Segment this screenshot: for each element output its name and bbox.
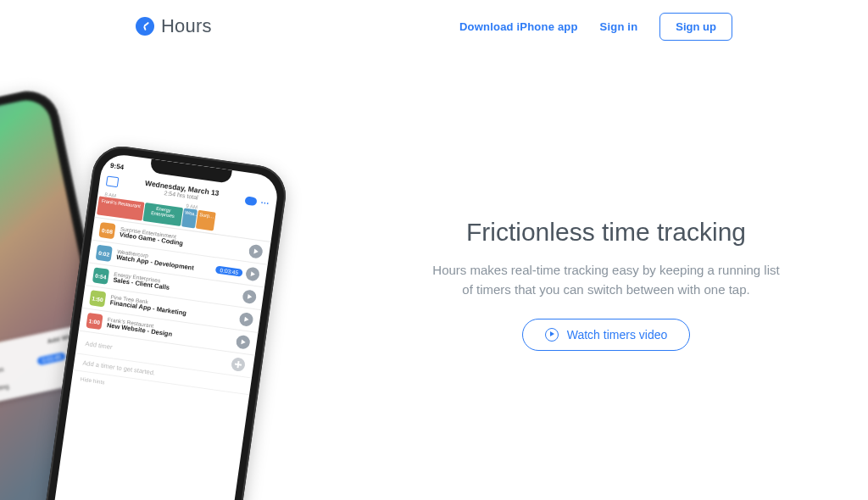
brand[interactable]: Hours xyxy=(136,15,212,37)
play-icon xyxy=(545,328,559,342)
plus-icon xyxy=(231,357,246,372)
timer-duration-chip: 0:02 xyxy=(96,245,113,262)
timeline-block: Wea… xyxy=(181,208,198,228)
play-icon[interactable] xyxy=(245,266,260,281)
hero-title: Frictionless time tracking xyxy=(424,218,788,247)
cloud-sync-icon xyxy=(244,196,257,206)
phone-app: 9:54 Wednesday, March 13 2:54 hrs total … xyxy=(41,142,289,500)
clock-icon xyxy=(136,17,154,36)
running-badge: 0:03:45 xyxy=(215,265,243,276)
hero: HOURS Add Widget Energy Enterprises - Sa… xyxy=(0,53,868,500)
add-timer-label: Add timer xyxy=(85,339,113,350)
timer-duration-chip: 1:00 xyxy=(86,313,103,330)
hero-subtitle: Hours makes real-time tracking easy by k… xyxy=(424,260,788,300)
brand-name: Hours xyxy=(161,15,212,37)
play-icon[interactable] xyxy=(236,335,251,350)
phones-mockup: HOURS Add Widget Energy Enterprises - Sa… xyxy=(0,86,356,500)
site-header: Hours Download iPhone app Sign in Sign u… xyxy=(0,0,868,53)
more-icon: ⋯ xyxy=(260,197,270,208)
signup-button[interactable]: Sign up xyxy=(659,13,732,41)
timer-duration-chip: 1:50 xyxy=(89,290,106,307)
timer-labels: Surprise EntertainmentVideo Game - Codin… xyxy=(119,225,184,247)
timer-duration-chip: 0:08 xyxy=(98,222,115,239)
timer-labels: Energy EnterprisesSales - Client Calls xyxy=(113,271,171,292)
timer-duration-chip: 0:54 xyxy=(92,267,109,284)
nav: Download iPhone app Sign in Sign up xyxy=(459,13,732,41)
download-link[interactable]: Download iPhone app xyxy=(459,20,578,33)
widget-row-label: Pine Tree Bank - Marketing xyxy=(0,382,9,404)
play-icon[interactable] xyxy=(248,244,264,259)
hero-text: Frictionless time tracking Hours makes r… xyxy=(424,218,788,351)
timeline-block: Surp… xyxy=(196,210,215,231)
widget-badge: 0:03:45 xyxy=(36,352,66,365)
play-icon[interactable] xyxy=(242,289,257,304)
watch-video-button[interactable]: Watch timers video xyxy=(522,319,691,351)
watch-video-label: Watch timers video xyxy=(567,328,668,342)
signin-link[interactable]: Sign in xyxy=(600,20,638,33)
play-icon[interactable] xyxy=(238,312,253,327)
